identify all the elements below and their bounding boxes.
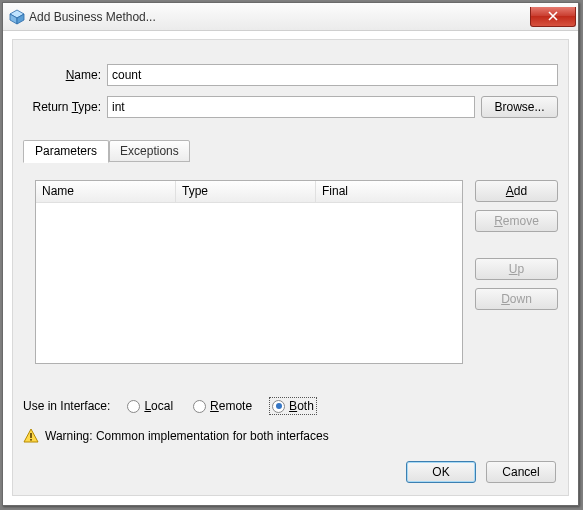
warning-icon: [23, 428, 39, 444]
table-header: Name Type Final: [36, 181, 462, 203]
cube-icon: [9, 9, 25, 25]
dialog-content: Name: Return Type: Browse... ParametersE…: [12, 39, 569, 496]
col-type[interactable]: Type: [176, 181, 316, 202]
svg-rect-4: [30, 433, 32, 438]
radio-icon: [127, 400, 140, 413]
dialog-buttons: OK Cancel: [406, 461, 556, 483]
interface-label: Use in Interface:: [23, 399, 110, 413]
add-button[interactable]: Add: [475, 180, 558, 202]
down-button[interactable]: Down: [475, 288, 558, 310]
interface-row: Use in Interface: Local Remote Both: [23, 397, 317, 415]
warning-row: Warning: Common implementation for both …: [23, 428, 329, 444]
dialog-window: Add Business Method... Name: Return Type…: [2, 2, 579, 506]
up-button[interactable]: Up: [475, 258, 558, 280]
radio-local-label: Local: [144, 399, 173, 413]
radio-remote[interactable]: Remote: [190, 397, 255, 415]
close-button[interactable]: [530, 7, 576, 27]
radio-both[interactable]: Both: [269, 397, 317, 415]
radio-both-label: Both: [289, 399, 314, 413]
radio-remote-label: Remote: [210, 399, 252, 413]
tab-parameters[interactable]: Parameters: [23, 140, 109, 163]
name-input[interactable]: [107, 64, 558, 86]
name-label: Name:: [23, 68, 101, 82]
svg-rect-5: [30, 439, 32, 441]
return-type-input[interactable]: [107, 96, 475, 118]
parameters-table[interactable]: Name Type Final: [35, 180, 463, 364]
radio-icon: [193, 400, 206, 413]
table-buttons: Add Remove Up Down: [475, 180, 558, 318]
radio-local[interactable]: Local: [124, 397, 176, 415]
radio-icon: [272, 400, 285, 413]
tab-exceptions[interactable]: Exceptions: [109, 140, 190, 162]
cancel-button[interactable]: Cancel: [486, 461, 556, 483]
col-name[interactable]: Name: [36, 181, 176, 202]
tabstrip: ParametersExceptions: [23, 140, 190, 162]
close-icon: [548, 11, 558, 21]
ok-button[interactable]: OK: [406, 461, 476, 483]
remove-button[interactable]: Remove: [475, 210, 558, 232]
titlebar: Add Business Method...: [3, 3, 578, 31]
return-type-label: Return Type:: [23, 100, 101, 114]
col-final[interactable]: Final: [316, 181, 462, 202]
warning-text: Warning: Common implementation for both …: [45, 429, 329, 443]
browse-button[interactable]: Browse...: [481, 96, 558, 118]
window-title: Add Business Method...: [29, 10, 156, 24]
